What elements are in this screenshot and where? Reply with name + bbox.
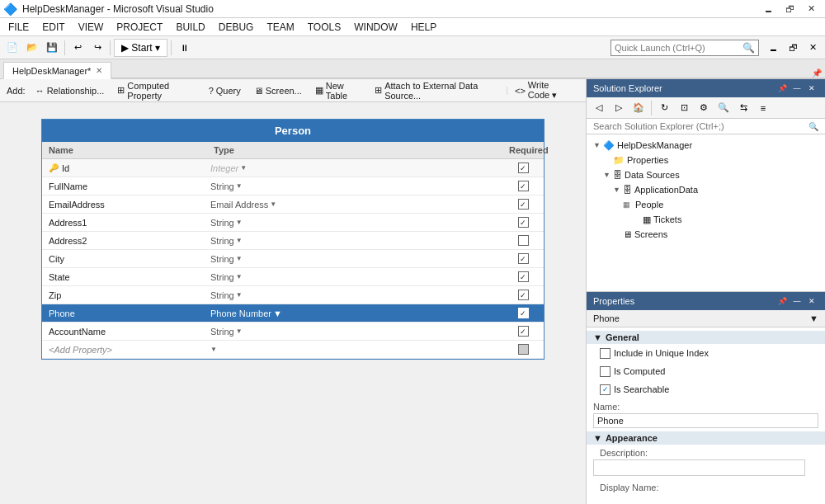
required-checkbox[interactable]: [518, 308, 529, 318]
table-row[interactable]: Phone Phone Number ▼: [42, 304, 544, 323]
menu-file[interactable]: FILE: [2, 18, 35, 36]
toolbar-save[interactable]: 💾: [43, 39, 61, 57]
dt-query[interactable]: ? Query: [202, 82, 248, 100]
required-checkbox[interactable]: [518, 163, 529, 173]
toolbar-close2[interactable]: ✕: [804, 39, 822, 57]
menu-help[interactable]: HELP: [404, 18, 443, 36]
folder-icon: 📁: [613, 155, 625, 166]
row-type-city: String ▼: [207, 254, 436, 264]
toolbar-window-controls[interactable]: 🗕: [764, 39, 782, 57]
required-checkbox[interactable]: [518, 217, 529, 228]
required-checkbox[interactable]: [518, 181, 529, 191]
se-close-button[interactable]: ✕: [805, 82, 818, 95]
prop-section-general[interactable]: ▼ General: [587, 331, 825, 344]
se-stop[interactable]: ⊡: [675, 99, 693, 117]
table-row[interactable]: City String ▼: [42, 250, 544, 268]
se-search-input[interactable]: [593, 121, 805, 131]
required-checkbox[interactable]: [518, 235, 529, 246]
searchable-checkbox[interactable]: [600, 384, 610, 395]
required-checkbox[interactable]: [518, 199, 529, 210]
toolbar-new[interactable]: 📄: [3, 39, 21, 57]
restore-button[interactable]: 🗗: [779, 0, 800, 18]
prop-entity-dropdown[interactable]: ▼: [809, 313, 818, 323]
se-search-bar[interactable]: 🔍: [587, 119, 825, 134]
prop-section-appearance[interactable]: ▼ Appearance: [587, 431, 825, 445]
table-row[interactable]: FullName String ▼: [42, 177, 544, 195]
prop-pin-button[interactable]: 📌: [776, 294, 789, 308]
tree-item-helpdeskmanager[interactable]: ▼ 🔷 HelpDeskManager: [587, 138, 825, 153]
se-refresh[interactable]: ↻: [655, 99, 673, 117]
minimize-button[interactable]: 🗕: [757, 0, 779, 18]
prop-name-input[interactable]: [593, 413, 818, 428]
start-button[interactable]: ▶ Start ▾: [114, 39, 167, 57]
required-checkbox[interactable]: [518, 290, 529, 300]
tab-helpdesk[interactable]: HelpDeskManager* ✕: [3, 62, 111, 79]
tab-close-icon[interactable]: ✕: [96, 66, 102, 75]
expand-icon[interactable]: ▦: [623, 200, 633, 209]
table-row[interactable]: EmailAddress Email Address ▼: [42, 195, 544, 214]
toolbar-undo[interactable]: ↩: [68, 39, 87, 57]
menu-build[interactable]: BUILD: [169, 18, 211, 36]
required-checkbox[interactable]: [518, 271, 529, 282]
toolbar-redo[interactable]: ↪: [88, 39, 106, 57]
table-row[interactable]: 🔑 Id Integer ▼: [42, 159, 544, 177]
dt-relationship[interactable]: ↔ Relationship...: [29, 82, 111, 100]
se-forward[interactable]: ▷: [610, 99, 628, 117]
menu-debug[interactable]: DEBUG: [212, 18, 261, 36]
menu-view[interactable]: VIEW: [72, 18, 111, 36]
menu-edit[interactable]: EDIT: [35, 18, 71, 36]
tree-item-screens[interactable]: 🖥 Screens: [587, 227, 825, 242]
prop-minimize-button[interactable]: —: [790, 294, 804, 308]
tree-item-people[interactable]: ▦ People: [587, 197, 825, 212]
unique-checkbox[interactable]: [600, 348, 610, 359]
query-icon: ?: [209, 86, 214, 96]
tree-item-appdata[interactable]: ▼ 🗄 ApplicationData: [587, 182, 825, 197]
row-type-zip: String ▼: [207, 290, 436, 300]
se-props[interactable]: ⚙: [695, 99, 713, 117]
dt-write-code[interactable]: <> Write Code ▾: [508, 82, 579, 100]
required-checkbox[interactable]: [518, 326, 529, 337]
dt-code-label: Write Code ▾: [528, 80, 573, 101]
menu-project[interactable]: PROJECT: [110, 18, 169, 36]
quicklaunch[interactable]: 🔍: [610, 40, 759, 56]
se-back[interactable]: ◁: [590, 99, 608, 117]
quicklaunch-input[interactable]: [615, 43, 739, 53]
row-name-email: EmailAddress: [42, 200, 207, 210]
prop-displayname-area: Display Name:: [587, 479, 825, 496]
menu-window[interactable]: WINDOW: [347, 18, 404, 36]
tree-item-datasources[interactable]: ▼ 🗄 Data Sources: [587, 167, 825, 182]
se-pin-button[interactable]: 📌: [776, 82, 789, 95]
required-checkbox[interactable]: [518, 253, 529, 264]
menu-tools[interactable]: TOOLS: [301, 18, 347, 36]
se-home[interactable]: 🏠: [629, 99, 648, 117]
menu-team[interactable]: TEAM: [260, 18, 300, 36]
table-row[interactable]: Zip String ▼: [42, 286, 544, 304]
toolbar-restore2[interactable]: 🗗: [784, 39, 802, 57]
tree-item-tickets[interactable]: ▦ Tickets: [587, 212, 825, 227]
dt-computed-property[interactable]: ⊞ Computed Property: [111, 82, 201, 100]
se-minimize-button[interactable]: —: [790, 82, 804, 95]
se-expand-all[interactable]: ≡: [754, 99, 772, 117]
prop-desc-input[interactable]: [593, 459, 805, 476]
dt-new-table[interactable]: ▦ New Table: [309, 82, 368, 100]
table-row[interactable]: AccountName String ▼: [42, 323, 544, 341]
dt-screen[interactable]: 🖥 Screen...: [248, 82, 309, 100]
expand-icon[interactable]: ▼: [603, 171, 613, 179]
se-sync[interactable]: ⇆: [734, 99, 752, 117]
dt-attach[interactable]: ⊞ Attach to External Data Source...: [368, 82, 506, 100]
expand-icon[interactable]: ▼: [613, 186, 623, 194]
table-row[interactable]: State String ▼: [42, 268, 544, 286]
table-row-add[interactable]: <Add Property> ▼: [42, 341, 544, 359]
solution-explorer-float[interactable]: 📌: [808, 68, 825, 78]
prop-close-button[interactable]: ✕: [805, 294, 818, 308]
required-checkbox[interactable]: [518, 344, 529, 355]
toolbar-debug[interactable]: ⏸: [175, 39, 193, 57]
computed-checkbox[interactable]: [600, 366, 610, 377]
table-row[interactable]: Address1 String ▼: [42, 214, 544, 232]
close-button[interactable]: ✕: [800, 0, 822, 18]
expand-icon[interactable]: ▼: [593, 141, 603, 149]
table-row[interactable]: Address2 String ▼: [42, 232, 544, 250]
tree-item-properties[interactable]: 📁 Properties: [587, 153, 825, 167]
toolbar-open[interactable]: 📂: [23, 39, 41, 57]
se-filter[interactable]: 🔍: [714, 99, 733, 117]
